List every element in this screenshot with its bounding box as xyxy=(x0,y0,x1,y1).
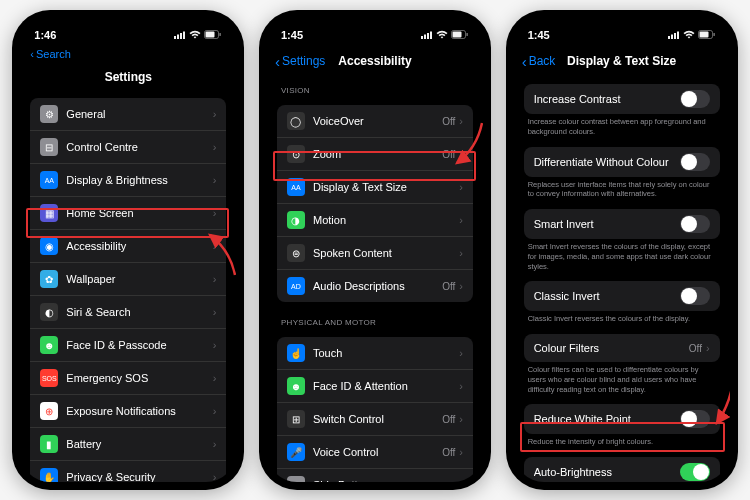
chevron-right-icon: › xyxy=(213,438,217,450)
settings-row[interactable]: ✿Wallpaper› xyxy=(30,263,226,296)
chevron-right-icon: › xyxy=(459,413,463,425)
settings-row[interactable]: AADisplay & Text Size› xyxy=(277,171,473,204)
settings-row[interactable]: Increase Contrast xyxy=(524,84,720,114)
notch xyxy=(325,18,425,38)
ctrl-icon: ⊟ xyxy=(40,138,58,156)
row-label: Zoom xyxy=(313,148,442,160)
row-label: Reduce White Point xyxy=(534,413,680,425)
toggle-switch[interactable] xyxy=(680,287,710,305)
mot-icon: ◑ xyxy=(287,211,305,229)
row-value: Off xyxy=(442,149,455,160)
back-to-search[interactable]: ‹ Search xyxy=(20,46,236,62)
settings-row[interactable]: Reduce White Point xyxy=(524,404,720,434)
acc-icon: ◉ xyxy=(40,237,58,255)
row-label: Face ID & Passcode xyxy=(66,339,212,351)
settings-row[interactable]: Smart Invert xyxy=(524,209,720,239)
row-value: Off xyxy=(442,116,455,127)
settings-row[interactable]: Colour FiltersOff› xyxy=(524,334,720,362)
settings-row[interactable]: ⊞Switch ControlOff› xyxy=(277,403,473,436)
chevron-right-icon: › xyxy=(213,306,217,318)
row-value: Off xyxy=(689,343,702,354)
row-label: Wallpaper xyxy=(66,273,212,285)
wifi-icon xyxy=(683,29,695,41)
settings-row[interactable]: 🎤Voice ControlOff› xyxy=(277,436,473,469)
toggle-switch[interactable] xyxy=(680,153,710,171)
svg-rect-17 xyxy=(677,32,679,40)
vc-icon: 🎤 xyxy=(287,443,305,461)
toggle-switch[interactable] xyxy=(680,463,710,481)
settings-row[interactable]: ▯Side Button› xyxy=(277,469,473,482)
back-button[interactable]: ‹ Back xyxy=(522,54,556,69)
settings-list[interactable]: ⚙︎General›⊟Control Centre›AADisplay & Br… xyxy=(20,92,236,482)
status-right xyxy=(421,29,469,41)
AA-icon: AA xyxy=(40,171,58,189)
settings-row[interactable]: ⊕Exposure Notifications› xyxy=(30,395,226,428)
section-footnote: Replaces user interface items that rely … xyxy=(514,177,730,206)
row-label: Face ID & Attention xyxy=(313,380,459,392)
settings-row[interactable]: ◯VoiceOverOff› xyxy=(277,105,473,138)
settings-group: Reduce White Point xyxy=(524,404,720,434)
settings-row[interactable]: ADAudio DescriptionsOff› xyxy=(277,270,473,302)
settings-row[interactable]: ▮Battery› xyxy=(30,428,226,461)
accessibility-list[interactable]: Vision◯VoiceOverOff›⊙ZoomOff›AADisplay &… xyxy=(267,76,483,482)
display-text-list[interactable]: Increase ContrastIncrease colour contras… xyxy=(514,76,730,482)
settings-row[interactable]: ◑Motion› xyxy=(277,204,473,237)
ad-icon: AD xyxy=(287,277,305,295)
row-label: Privacy & Security xyxy=(66,471,212,482)
wifi-icon xyxy=(189,29,201,41)
settings-row[interactable]: ⊙ZoomOff› xyxy=(277,138,473,171)
zoom-icon: ⊙ xyxy=(287,145,305,163)
settings-row[interactable]: ✋Privacy & Security› xyxy=(30,461,226,482)
svg-rect-5 xyxy=(206,32,215,38)
settings-row[interactable]: Classic Invert xyxy=(524,281,720,311)
toggle-switch[interactable] xyxy=(680,410,710,428)
toggle-switch[interactable] xyxy=(680,215,710,233)
svg-rect-12 xyxy=(452,32,461,38)
settings-row[interactable]: ⊟Control Centre› xyxy=(30,131,226,164)
settings-group: Auto-Brightness xyxy=(524,457,720,482)
battery-icon xyxy=(451,29,469,41)
chevron-left-icon: ‹ xyxy=(275,54,280,69)
grid-icon: ▦ xyxy=(40,204,58,222)
chevron-right-icon: › xyxy=(213,273,217,285)
face-icon: ☻ xyxy=(40,336,58,354)
toggle-switch[interactable] xyxy=(680,90,710,108)
section-footnote: Increase colour contrast between app for… xyxy=(514,114,730,143)
settings-row[interactable]: AADisplay & Brightness› xyxy=(30,164,226,197)
settings-row[interactable]: ⊜Spoken Content› xyxy=(277,237,473,270)
settings-group: ◯VoiceOverOff›⊙ZoomOff›AADisplay & Text … xyxy=(277,105,473,302)
screen: 1:45 ‹ Settings Accessibility Vision◯Voi… xyxy=(267,18,483,482)
row-label: Auto-Brightness xyxy=(534,466,680,478)
section-header: Physical and Motor xyxy=(267,308,483,331)
svg-rect-1 xyxy=(177,35,179,40)
settings-row[interactable]: ▦Home Screen› xyxy=(30,197,226,230)
settings-row[interactable]: Auto-Brightness xyxy=(524,457,720,482)
row-label: Exposure Notifications xyxy=(66,405,212,417)
settings-row[interactable]: ⚙︎General› xyxy=(30,98,226,131)
row-label: Colour Filters xyxy=(534,342,689,354)
settings-row[interactable]: ☻Face ID & Attention› xyxy=(277,370,473,403)
row-label: Voice Control xyxy=(313,446,442,458)
flower-icon: ✿ xyxy=(40,270,58,288)
screen: 1:46 ‹ Search Settings ⚙︎General›⊟Contro… xyxy=(20,18,236,482)
back-button[interactable]: ‹ Settings xyxy=(275,54,325,69)
settings-row[interactable]: Differentiate Without Colour xyxy=(524,147,720,177)
row-label: Smart Invert xyxy=(534,218,680,230)
settings-row[interactable]: ☻Face ID & Passcode› xyxy=(30,329,226,362)
settings-row[interactable]: ◐Siri & Search› xyxy=(30,296,226,329)
status-time: 1:45 xyxy=(281,29,303,41)
chevron-right-icon: › xyxy=(213,108,217,120)
hand-icon: ✋ xyxy=(40,468,58,482)
settings-row[interactable]: ◉Accessibility› xyxy=(30,230,226,263)
row-label: Accessibility xyxy=(66,240,212,252)
siri-icon: ◐ xyxy=(40,303,58,321)
chevron-right-icon: › xyxy=(459,280,463,292)
chevron-right-icon: › xyxy=(459,479,463,482)
settings-row[interactable]: SOSEmergency SOS› xyxy=(30,362,226,395)
settings-row[interactable]: ☝Touch› xyxy=(277,337,473,370)
phone-display-text-size: 1:45 ‹ Back Display & Text Size Increase… xyxy=(506,10,738,490)
battery-icon xyxy=(698,29,716,41)
gear-icon: ⚙︎ xyxy=(40,105,58,123)
toggle-knob xyxy=(693,464,709,480)
status-right xyxy=(668,29,716,41)
